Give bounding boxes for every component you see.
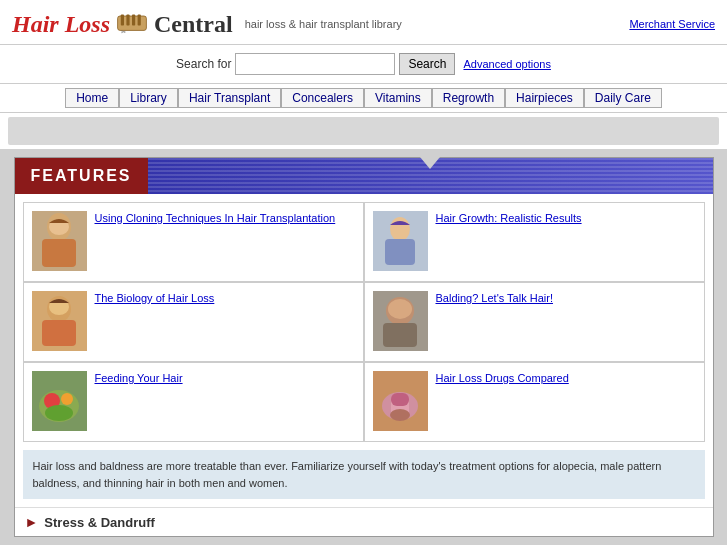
stress-title: Stress & Dandruff bbox=[44, 515, 155, 530]
svg-rect-23 bbox=[391, 393, 409, 406]
merchant-service-link[interactable]: Merchant Service bbox=[629, 18, 715, 30]
nav-item-home[interactable]: Home bbox=[65, 88, 119, 108]
features-description: Hair loss and baldness are more treatabl… bbox=[23, 450, 705, 499]
search-button[interactable]: Search bbox=[399, 53, 455, 75]
feature-link-6[interactable]: Hair Loss Drugs Compared bbox=[436, 371, 569, 386]
nav-item-library[interactable]: Library bbox=[119, 88, 178, 108]
svg-rect-1 bbox=[121, 14, 124, 25]
feature-cell-4: Balding? Let's Talk Hair! bbox=[364, 282, 705, 362]
svg-point-16 bbox=[388, 299, 412, 319]
feature-cell-1: Using Cloning Techniques In Hair Transpl… bbox=[23, 202, 364, 282]
feature-cell-2: Hair Growth: Realistic Results bbox=[364, 202, 705, 282]
svg-rect-7 bbox=[42, 239, 76, 267]
features-arrow-icon bbox=[420, 157, 440, 169]
nav-item-regrowth[interactable]: Regrowth bbox=[432, 88, 505, 108]
logo-central: Central bbox=[154, 11, 233, 38]
feature-thumb-3 bbox=[32, 291, 87, 351]
svg-text:✂: ✂ bbox=[121, 28, 126, 35]
feature-link-2[interactable]: Hair Growth: Realistic Results bbox=[436, 211, 582, 226]
features-header-decoration bbox=[148, 158, 713, 194]
feature-cell-6: Hair Loss Drugs Compared bbox=[364, 362, 705, 442]
features-header: FEATURES bbox=[15, 158, 713, 194]
feature-thumb-2 bbox=[373, 211, 428, 271]
feature-thumb-1 bbox=[32, 211, 87, 271]
nav-item-concealers[interactable]: Concealers bbox=[281, 88, 364, 108]
feature-cell-5: Feeding Your Hair bbox=[23, 362, 364, 442]
svg-rect-4 bbox=[138, 14, 141, 25]
stress-section[interactable]: ► Stress & Dandruff bbox=[15, 507, 713, 536]
feature-link-3[interactable]: The Biology of Hair Loss bbox=[95, 291, 215, 306]
svg-point-19 bbox=[61, 393, 73, 405]
page-header: Hair Loss ✂ Central hair loss & hair tra… bbox=[0, 0, 727, 45]
features-title: FEATURES bbox=[31, 167, 132, 185]
feature-thumb-5 bbox=[32, 371, 87, 431]
svg-rect-2 bbox=[126, 14, 129, 25]
person-icon-3 bbox=[32, 291, 87, 351]
svg-rect-3 bbox=[132, 14, 135, 25]
person-icon-1 bbox=[32, 211, 87, 271]
stress-arrow-icon: ► bbox=[25, 514, 39, 530]
logo-hair-loss: Hair Loss bbox=[12, 11, 110, 38]
svg-point-20 bbox=[45, 405, 73, 421]
main-content: FEATURES bbox=[0, 149, 727, 545]
features-grid: Using Cloning Techniques In Hair Transpl… bbox=[15, 194, 713, 450]
search-label: Search for bbox=[176, 57, 231, 71]
features-container: FEATURES bbox=[14, 157, 714, 537]
feature-link-4[interactable]: Balding? Let's Talk Hair! bbox=[436, 291, 553, 306]
logo-area: Hair Loss ✂ Central hair loss & hair tra… bbox=[12, 8, 402, 40]
feature-cell-3: The Biology of Hair Loss bbox=[23, 282, 364, 362]
search-bar: Search for Search Advanced options bbox=[0, 45, 727, 84]
drugs-icon bbox=[373, 371, 428, 431]
svg-rect-10 bbox=[385, 239, 415, 265]
feature-thumb-4 bbox=[373, 291, 428, 351]
comb-icon: ✂ bbox=[116, 8, 148, 40]
feature-link-5[interactable]: Feeding Your Hair bbox=[95, 371, 183, 386]
banner-area bbox=[8, 117, 719, 145]
logo-tagline: hair loss & hair transplant library bbox=[245, 18, 402, 30]
feature-link-1[interactable]: Using Cloning Techniques In Hair Transpl… bbox=[95, 211, 336, 226]
svg-rect-15 bbox=[383, 323, 417, 347]
nav-item-daily-care[interactable]: Daily Care bbox=[584, 88, 662, 108]
feature-thumb-6 bbox=[373, 371, 428, 431]
navbar: Home Library Hair Transplant Concealers … bbox=[0, 84, 727, 113]
advanced-options-link[interactable]: Advanced options bbox=[463, 58, 550, 70]
svg-point-9 bbox=[390, 217, 410, 241]
svg-point-24 bbox=[390, 409, 410, 421]
nav-item-hairpieces[interactable]: Hairpieces bbox=[505, 88, 584, 108]
search-input[interactable] bbox=[235, 53, 395, 75]
features-title-box: FEATURES bbox=[15, 158, 148, 194]
svg-rect-12 bbox=[42, 320, 76, 346]
person-icon-2 bbox=[373, 211, 428, 271]
nav-item-hair-transplant[interactable]: Hair Transplant bbox=[178, 88, 281, 108]
nav-item-vitamins[interactable]: Vitamins bbox=[364, 88, 432, 108]
food-icon bbox=[32, 371, 87, 431]
person-icon-4 bbox=[373, 291, 428, 351]
